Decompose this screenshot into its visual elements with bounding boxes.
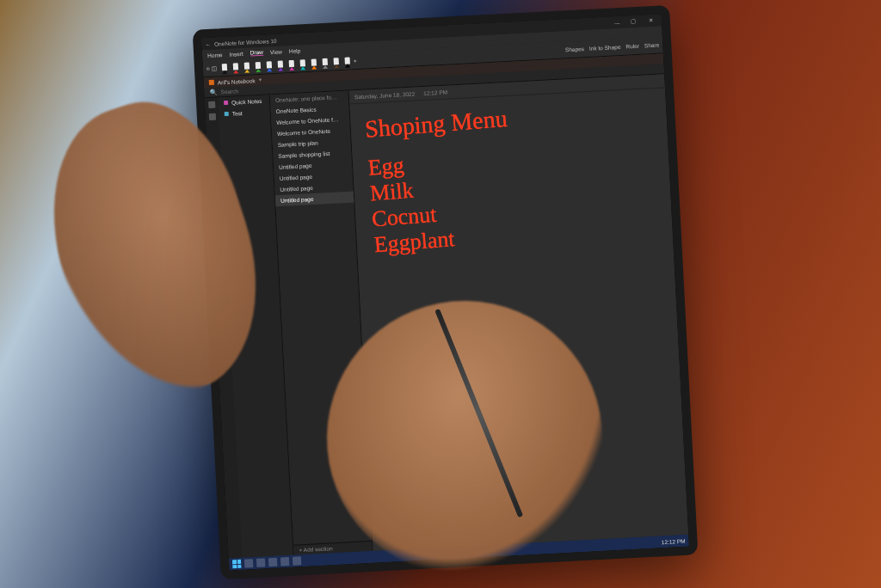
eraser-icon[interactable]: ◫ xyxy=(212,64,218,71)
note-time: 12:12 PM xyxy=(423,89,447,96)
pen-11[interactable] xyxy=(330,56,341,69)
ink-title: Shoping Menu xyxy=(364,105,508,144)
section-test[interactable]: Test xyxy=(219,106,270,119)
pen-6[interactable] xyxy=(275,58,286,71)
pen-10[interactable] xyxy=(319,56,330,69)
recent-icon[interactable] xyxy=(208,101,215,108)
search-icon[interactable]: 🔍 xyxy=(209,89,217,95)
taskbar-search-icon[interactable] xyxy=(244,559,254,568)
chevron-down-icon: ▾ xyxy=(258,77,262,83)
notebook-icon xyxy=(209,80,214,85)
menu-insert[interactable]: Insert xyxy=(229,50,243,57)
menu-view[interactable]: View xyxy=(270,48,282,55)
share-button[interactable]: Share xyxy=(644,42,660,49)
notebook-name: Arif's Notebook xyxy=(218,77,256,85)
pen-8[interactable] xyxy=(297,58,307,70)
close-button[interactable]: ✕ xyxy=(644,17,658,25)
maximize-button[interactable]: ▢ xyxy=(627,18,641,26)
pen-5[interactable] xyxy=(264,59,274,72)
taskbar-app-icon[interactable] xyxy=(293,556,302,566)
section-color-icon xyxy=(225,112,229,116)
pen-9[interactable] xyxy=(308,57,318,70)
taskbar-app-icon[interactable] xyxy=(280,557,290,567)
add-pen-button[interactable]: + xyxy=(354,58,357,64)
pen-2[interactable] xyxy=(231,61,241,74)
notebooks-icon[interactable] xyxy=(209,113,216,120)
section-color-icon xyxy=(224,101,228,105)
handwritten-ink: Shoping Menu Egg Milk Cocnut Eggplant xyxy=(364,105,517,258)
pen-4[interactable] xyxy=(253,59,263,72)
pen-7[interactable] xyxy=(286,58,297,70)
taskbar-clock[interactable]: 12:12 PM xyxy=(662,537,686,544)
ruler-button[interactable]: Ruler xyxy=(625,43,639,50)
taskbar-app-icon[interactable] xyxy=(268,558,278,567)
lasso-select-icon[interactable]: ⌾ xyxy=(206,65,210,71)
menu-home[interactable]: Home xyxy=(207,52,223,58)
pen-1[interactable] xyxy=(219,61,230,74)
shapes-button[interactable]: Shapes xyxy=(565,46,584,52)
menu-draw[interactable]: Draw xyxy=(250,49,264,57)
taskbar-app-icon[interactable] xyxy=(256,558,266,567)
pen-12[interactable] xyxy=(342,55,352,68)
section-label: Quick Notes xyxy=(231,98,262,106)
minimize-button[interactable]: — xyxy=(610,19,624,26)
start-button[interactable] xyxy=(232,560,242,569)
note-date: Saturday, June 18, 2022 xyxy=(354,91,416,101)
ink-to-shape-button[interactable]: Ink to Shape xyxy=(589,44,621,52)
section-label: Test xyxy=(232,110,243,117)
pen-3[interactable] xyxy=(242,60,252,73)
menu-help[interactable]: Help xyxy=(289,47,301,54)
back-icon[interactable]: ← xyxy=(205,40,211,46)
